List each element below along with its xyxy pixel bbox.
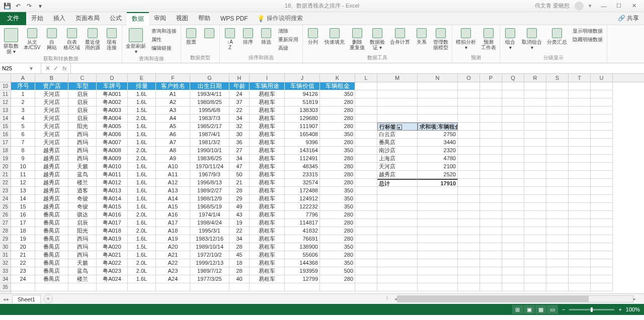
cell[interactable] — [502, 283, 524, 291]
cell[interactable]: 天河店 — [35, 123, 68, 131]
cell[interactable] — [524, 211, 546, 219]
cell[interactable]: 27 — [229, 147, 250, 155]
cell[interactable] — [458, 123, 480, 131]
cell[interactable]: 易租车 — [250, 211, 285, 219]
cell[interactable]: 启辰 — [68, 90, 97, 98]
cell[interactable]: 18 — [11, 227, 35, 235]
minimize-button[interactable]: — — [597, 1, 611, 11]
cell[interactable]: 西玛 — [68, 235, 97, 243]
cell[interactable]: 逍客 — [68, 187, 97, 195]
cell[interactable]: 天籁 — [68, 163, 97, 171]
cell[interactable]: 22 — [229, 227, 250, 235]
cell[interactable] — [591, 82, 613, 90]
name-box-dropdown-icon[interactable]: ▾ — [30, 65, 33, 72]
ribbon-btn[interactable]: 预测 工作表 — [479, 27, 498, 51]
cell[interactable]: 越秀店 — [35, 179, 68, 187]
cell[interactable] — [591, 251, 613, 259]
cell[interactable]: 28 — [229, 267, 250, 275]
cell[interactable] — [418, 219, 458, 227]
cell[interactable] — [458, 106, 480, 115]
cell[interactable]: 粤A009 — [97, 155, 128, 163]
row-header[interactable]: 18 — [0, 147, 11, 155]
cell[interactable]: 280 — [320, 275, 355, 283]
cell[interactable]: 1.6L — [128, 219, 156, 227]
cell[interactable] — [546, 275, 569, 283]
cell[interactable] — [355, 82, 377, 90]
cell[interactable]: 易租车 — [250, 139, 285, 147]
cell[interactable]: 500 — [320, 267, 355, 275]
cell[interactable]: 粤A024 — [97, 275, 128, 283]
cell[interactable]: 112491 — [285, 155, 320, 163]
cell[interactable] — [355, 219, 377, 227]
cell[interactable] — [502, 98, 524, 106]
cell[interactable] — [377, 259, 418, 267]
cell[interactable]: 2.0L — [128, 115, 156, 123]
cell[interactable] — [355, 227, 377, 235]
cell[interactable] — [377, 211, 418, 219]
row-header[interactable]: 35 — [0, 283, 11, 291]
col-header[interactable]: M — [377, 74, 418, 82]
view-custom-icon[interactable]: ▭ — [547, 305, 558, 314]
cell[interactable] — [591, 195, 613, 203]
cell[interactable] — [355, 155, 377, 163]
cell[interactable] — [418, 203, 458, 211]
cell[interactable]: 7 — [11, 139, 35, 147]
cell[interactable]: 启辰 — [68, 98, 97, 106]
cell[interactable] — [355, 275, 377, 283]
cell[interactable] — [524, 179, 546, 187]
col-header[interactable]: U — [591, 74, 613, 82]
cell[interactable]: A9 — [156, 155, 190, 163]
cell[interactable] — [502, 123, 524, 131]
cell[interactable] — [546, 283, 569, 291]
cell[interactable] — [502, 267, 524, 275]
cell[interactable]: 30 — [229, 131, 250, 139]
cell[interactable]: 易租车 — [250, 163, 285, 171]
cell[interactable]: 车辆租金 — [320, 82, 355, 90]
cell[interactable] — [458, 227, 480, 235]
cell[interactable]: 16 — [11, 211, 35, 219]
cell[interactable]: 客户姓名 — [156, 82, 190, 90]
ribbon-btn[interactable]: 从文 本/CSV — [22, 27, 42, 51]
cell[interactable]: 111907 — [285, 123, 320, 131]
ribbon-list-item[interactable]: 隐藏明细数据 — [571, 36, 605, 44]
cell[interactable]: 出生日期 — [190, 82, 229, 90]
cell[interactable]: A18 — [156, 227, 190, 235]
cell[interactable]: 番禺店 — [35, 259, 68, 267]
cell[interactable] — [591, 243, 613, 251]
cell[interactable] — [480, 123, 502, 131]
col-header[interactable]: G — [190, 74, 229, 82]
cell[interactable]: 41832 — [285, 227, 320, 235]
zoom-in-button[interactable]: + — [618, 306, 621, 312]
cell[interactable] — [458, 251, 480, 259]
col-header[interactable]: P — [480, 74, 502, 82]
cell[interactable]: 易租车 — [250, 187, 285, 195]
cell[interactable]: 15 — [11, 203, 35, 211]
cell[interactable]: 易租车 — [250, 235, 285, 243]
cell[interactable]: 白云店 — [377, 131, 418, 139]
cell[interactable]: 32 — [229, 123, 250, 131]
cell[interactable]: 求和项:车辆租金 — [418, 123, 458, 131]
cell[interactable] — [524, 283, 546, 291]
cell[interactable]: 易租车 — [250, 147, 285, 155]
ribbon-btn[interactable]: 合并计算 — [388, 27, 412, 46]
cell[interactable]: 粤A015 — [97, 203, 128, 211]
cell[interactable]: 23315 — [285, 171, 320, 179]
cell[interactable]: 番禺店 — [35, 227, 68, 235]
enter-icon[interactable]: ✓ — [52, 65, 59, 72]
cell[interactable]: 1983/6/25 — [190, 155, 229, 163]
cell[interactable] — [546, 227, 569, 235]
cell[interactable] — [458, 283, 480, 291]
cell[interactable] — [591, 131, 613, 139]
cell[interactable]: 天籁 — [68, 259, 97, 267]
row-header[interactable]: 23 — [0, 187, 11, 195]
cell[interactable]: 1.6L — [128, 203, 156, 211]
cell[interactable]: 144368 — [285, 259, 320, 267]
cell[interactable]: 天河店 — [35, 106, 68, 115]
cell[interactable]: 2.0L — [128, 147, 156, 155]
cell[interactable]: 1990/10/1 — [190, 147, 229, 155]
fx-icon[interactable]: fx — [60, 65, 67, 71]
cell[interactable]: 粤A013 — [97, 187, 128, 195]
cell[interactable]: 1.5L — [128, 106, 156, 115]
cell[interactable] — [480, 106, 502, 115]
filter-dropdown-icon[interactable] — [397, 125, 402, 130]
